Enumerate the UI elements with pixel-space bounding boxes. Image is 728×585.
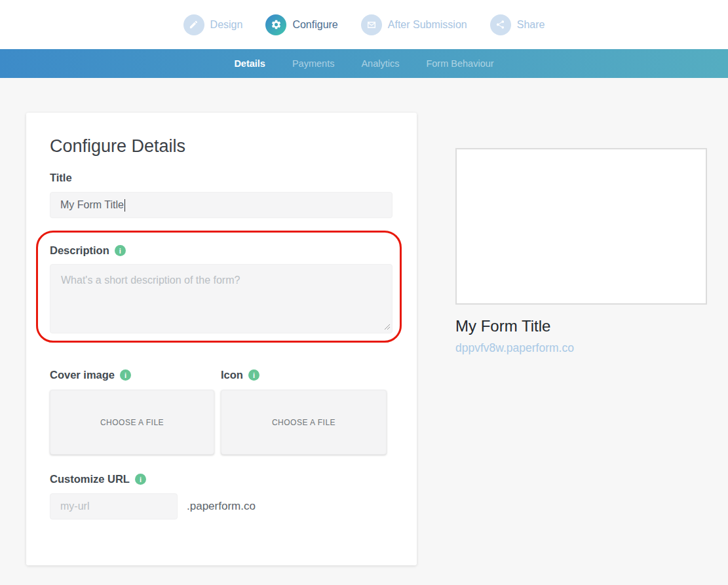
description-field-section: Description i	[50, 244, 393, 333]
nav-item-design[interactable]: Design	[183, 14, 243, 35]
icon-field-section: Icon i CHOOSE A FILE	[221, 369, 387, 455]
form-preview-box	[455, 148, 707, 305]
customize-url-label: Customize URL	[50, 473, 130, 485]
customize-url-field-section: Customize URL i .paperform.co	[50, 473, 393, 519]
cover-image-choose-file-button[interactable]: CHOOSE A FILE	[50, 390, 214, 455]
title-input-value: My Form Title	[60, 199, 124, 211]
configure-subnav: Details Payments Analytics Form Behaviou…	[0, 49, 728, 78]
gear-icon	[265, 14, 286, 35]
resize-handle-icon[interactable]	[383, 323, 391, 330]
text-cursor	[125, 199, 125, 212]
title-label: Title	[50, 172, 72, 184]
title-input[interactable]: My Form Title	[50, 192, 393, 218]
preview-form-title: My Form Title	[455, 317, 707, 335]
top-header: Design Configure After Submission Share	[0, 0, 728, 49]
info-icon[interactable]: i	[120, 369, 131, 381]
envelope-icon	[361, 14, 382, 35]
icon-label: Icon	[221, 369, 243, 381]
description-label: Description	[50, 244, 109, 257]
form-preview-panel: My Form Title dppvfv8w.paperform.co	[455, 148, 707, 355]
nav-item-label: After Submission	[388, 19, 467, 31]
upload-fields-row: Cover image i CHOOSE A FILE Icon i CHOOS…	[50, 369, 393, 455]
info-icon[interactable]: i	[115, 245, 126, 256]
page-title: Configure Details	[50, 136, 393, 156]
nav-item-configure[interactable]: Configure	[265, 14, 337, 35]
tab-payments[interactable]: Payments	[291, 56, 335, 71]
cover-image-label: Cover image	[50, 369, 115, 381]
tab-form-behaviour[interactable]: Form Behaviour	[425, 56, 495, 71]
configure-details-card: Configure Details Title My Form Title De…	[26, 113, 417, 565]
preview-form-url-link[interactable]: dppvfv8w.paperform.co	[455, 341, 574, 355]
main-content: Configure Details Title My Form Title De…	[0, 113, 728, 585]
customize-url-input[interactable]	[50, 493, 178, 519]
tab-details[interactable]: Details	[233, 56, 267, 71]
description-textarea[interactable]	[50, 264, 393, 333]
nav-item-label: Configure	[292, 19, 337, 31]
nav-item-share[interactable]: Share	[490, 14, 545, 35]
info-icon[interactable]: i	[248, 369, 259, 381]
pencil-icon	[183, 14, 204, 35]
icon-choose-file-button[interactable]: CHOOSE A FILE	[221, 390, 387, 455]
nav-item-label: Share	[517, 19, 545, 31]
nav-item-label: Design	[210, 19, 243, 31]
cover-image-field-section: Cover image i CHOOSE A FILE	[50, 369, 214, 455]
title-field-section: Title My Form Title	[50, 172, 393, 218]
nav-item-after-submission[interactable]: After Submission	[361, 14, 467, 35]
share-icon	[490, 14, 511, 35]
tab-analytics[interactable]: Analytics	[360, 56, 400, 71]
info-icon[interactable]: i	[135, 474, 146, 485]
url-domain-suffix: .paperform.co	[187, 500, 256, 513]
